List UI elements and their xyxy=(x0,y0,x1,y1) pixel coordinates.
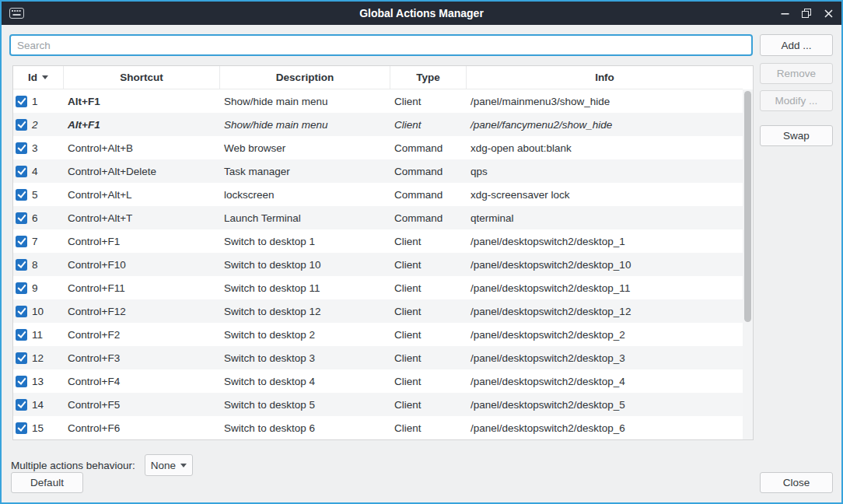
row-shortcut: Control+F10 xyxy=(63,259,219,271)
row-enabled-checkbox[interactable] xyxy=(16,282,27,294)
table-row[interactable]: 4Control+Alt+DeleteTask managerCommandqp… xyxy=(13,159,743,183)
row-type: Client xyxy=(390,422,466,434)
row-enabled-checkbox[interactable] xyxy=(16,212,27,224)
column-header-shortcut[interactable]: Shortcut xyxy=(63,66,219,89)
table-row[interactable]: 5Control+Alt+LlockscreenCommandxdg-scree… xyxy=(13,183,743,206)
row-description: Show/hide main menu xyxy=(219,96,390,107)
row-description: Web browser xyxy=(219,142,390,154)
row-id-cell: 5 xyxy=(13,189,63,201)
row-info: /panel/desktopswitch2/desktop_2 xyxy=(466,329,743,341)
scrollbar-thumb[interactable] xyxy=(744,91,751,322)
row-id: 2 xyxy=(32,119,38,131)
row-description: Switch to desktop 3 xyxy=(219,352,390,364)
row-enabled-checkbox[interactable] xyxy=(16,142,27,154)
close-window-button[interactable] xyxy=(823,8,834,19)
table-row[interactable]: 12Control+F3Switch to desktop 3Client/pa… xyxy=(13,346,743,369)
remove-button[interactable]: Remove xyxy=(760,63,833,84)
row-type: Client xyxy=(390,352,466,364)
row-info: /panel/fancymenu2/show_hide xyxy=(466,119,743,131)
row-description: Switch to desktop 10 xyxy=(219,259,390,271)
keyboard-icon[interactable] xyxy=(9,8,25,19)
row-type: Command xyxy=(390,166,466,177)
row-id-cell: 4 xyxy=(13,166,63,177)
table-row[interactable]: 1Alt+F1Show/hide main menuClient/panel/m… xyxy=(13,89,743,113)
search-input[interactable] xyxy=(9,34,753,56)
row-enabled-checkbox[interactable] xyxy=(16,236,27,247)
default-button[interactable]: Default xyxy=(11,472,83,493)
add-button[interactable]: Add ... xyxy=(760,34,833,56)
row-enabled-checkbox[interactable] xyxy=(16,259,27,271)
row-enabled-checkbox[interactable] xyxy=(16,399,27,411)
modify-button[interactable]: Modify ... xyxy=(760,90,833,111)
close-button[interactable]: Close xyxy=(760,472,833,493)
row-id-cell: 9 xyxy=(13,282,63,294)
column-header-type[interactable]: Type xyxy=(390,66,466,89)
row-info: /panel/desktopswitch2/desktop_12 xyxy=(466,306,743,317)
table-row[interactable]: 2Alt+F1Show/hide main menuClient/panel/f… xyxy=(13,113,743,136)
minimize-button[interactable] xyxy=(779,8,790,19)
row-shortcut: Alt+F1 xyxy=(63,119,219,131)
row-info: /panel/desktopswitch2/desktop_6 xyxy=(466,422,743,434)
row-enabled-checkbox[interactable] xyxy=(16,189,27,201)
row-shortcut: Control+Alt+L xyxy=(63,189,219,201)
row-description: Task manager xyxy=(219,166,390,177)
row-id: 4 xyxy=(32,166,38,177)
row-type: Client xyxy=(390,96,466,107)
window-title: Global Actions Manager xyxy=(2,7,841,19)
sort-descending-icon xyxy=(42,75,48,79)
row-id-cell: 10 xyxy=(13,306,63,317)
row-id: 10 xyxy=(32,306,44,317)
row-description: Switch to desktop 6 xyxy=(219,422,390,434)
row-info: /panel/desktopswitch2/desktop_4 xyxy=(466,376,743,387)
table-row[interactable]: 13Control+F4Switch to desktop 4Client/pa… xyxy=(13,369,743,393)
row-description: Switch to desktop 4 xyxy=(219,376,390,387)
behaviour-dropdown[interactable]: None xyxy=(145,454,193,476)
row-shortcut: Control+Alt+B xyxy=(63,142,219,154)
row-id-cell: 13 xyxy=(13,376,63,387)
row-shortcut: Control+F2 xyxy=(63,329,219,341)
row-type: Command xyxy=(390,212,466,224)
row-id-cell: 2 xyxy=(13,119,63,131)
row-description: Show/hide main menu xyxy=(219,119,390,131)
row-enabled-checkbox[interactable] xyxy=(16,422,27,434)
row-id: 1 xyxy=(32,96,38,107)
row-info: qterminal xyxy=(466,212,743,224)
row-id: 14 xyxy=(32,399,44,411)
table-row[interactable]: 9Control+F11Switch to desktop 11Client/p… xyxy=(13,276,743,299)
table-row[interactable]: 8Control+F10Switch to desktop 10Client/p… xyxy=(13,253,743,276)
row-type: Client xyxy=(390,399,466,411)
restore-button[interactable] xyxy=(801,8,812,19)
column-header-info[interactable]: Info xyxy=(466,66,743,89)
row-id: 7 xyxy=(32,236,38,247)
row-info: /panel/desktopswitch2/desktop_5 xyxy=(466,399,743,411)
row-shortcut: Control+F5 xyxy=(63,399,219,411)
table-row[interactable]: 10Control+F12Switch to desktop 12Client/… xyxy=(13,299,743,323)
table-row[interactable]: 11Control+F2Switch to desktop 2Client/pa… xyxy=(13,323,743,346)
row-enabled-checkbox[interactable] xyxy=(16,96,27,107)
row-description: Switch to desktop 11 xyxy=(219,282,390,294)
row-enabled-checkbox[interactable] xyxy=(16,306,27,317)
row-id-cell: 11 xyxy=(13,329,63,341)
row-type: Command xyxy=(390,142,466,154)
table-row[interactable]: 7Control+F1Switch to desktop 1Client/pan… xyxy=(13,229,743,253)
row-enabled-checkbox[interactable] xyxy=(16,166,27,177)
column-header-id[interactable]: Id xyxy=(13,66,63,89)
row-description: Launch Terminal xyxy=(219,212,390,224)
row-id: 12 xyxy=(32,352,44,364)
row-info: /panel/desktopswitch2/desktop_11 xyxy=(466,282,743,294)
row-shortcut: Control+F3 xyxy=(63,352,219,364)
table-row[interactable]: 14Control+F5Switch to desktop 5Client/pa… xyxy=(13,393,743,416)
row-info: /panel/desktopswitch2/desktop_1 xyxy=(466,236,743,247)
row-info: /panel/mainmenu3/show_hide xyxy=(466,96,743,107)
swap-button[interactable]: Swap xyxy=(760,125,833,146)
table-row[interactable]: 15Control+F6Switch to desktop 6Client/pa… xyxy=(13,416,743,439)
row-type: Client xyxy=(390,282,466,294)
row-enabled-checkbox[interactable] xyxy=(16,119,27,131)
row-enabled-checkbox[interactable] xyxy=(16,329,27,341)
table-row[interactable]: 6Control+Alt+TLaunch TerminalCommandqter… xyxy=(13,206,743,229)
table-scrollbar[interactable] xyxy=(743,89,753,439)
column-header-description[interactable]: Description xyxy=(219,66,390,89)
row-enabled-checkbox[interactable] xyxy=(16,376,27,387)
table-row[interactable]: 3Control+Alt+BWeb browserCommandxdg-open… xyxy=(13,136,743,159)
row-enabled-checkbox[interactable] xyxy=(16,352,27,364)
